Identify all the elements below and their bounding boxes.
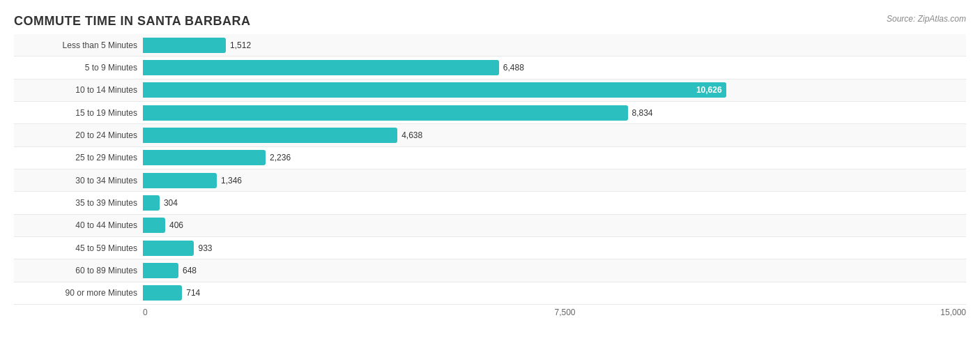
bar-row: 10 to 14 Minutes10,626 [14, 79, 966, 102]
bar-fill [143, 218, 165, 233]
bar-fill [143, 173, 217, 188]
bar-label: 90 or more Minutes [14, 288, 143, 298]
bar-value: 2,236 [270, 153, 291, 162]
bar-row: 90 or more Minutes714 [14, 282, 966, 305]
chart-container: COMMUTE TIME IN SANTA BARBARA Source: Zi… [0, 0, 980, 364]
bar-label: 30 to 34 Minutes [14, 176, 143, 185]
bar-row: 40 to 44 Minutes406 [14, 215, 966, 237]
bar-label: 5 to 9 Minutes [14, 63, 143, 73]
bar-row: Less than 5 Minutes1,512 [14, 34, 966, 56]
bar-value: 406 [169, 220, 183, 230]
bar-value: 304 [164, 198, 178, 208]
x-axis-label: 0 [143, 308, 148, 317]
bar-row: 60 to 89 Minutes648 [14, 259, 966, 282]
bar-value: 1,346 [221, 176, 242, 185]
bar-value: 933 [198, 243, 212, 253]
bar-row: 35 to 39 Minutes304 [14, 192, 966, 214]
bar-label: 60 to 89 Minutes [14, 266, 143, 275]
bar-value: 8,834 [632, 108, 653, 118]
bar-row: 30 to 34 Minutes1,346 [14, 169, 966, 192]
bar-row: 5 to 9 Minutes6,488 [14, 56, 966, 79]
x-axis-label: 15,000 [940, 308, 966, 317]
bar-fill [143, 285, 182, 301]
bar-value-inside: 10,626 [696, 85, 722, 95]
bar-track: 8,834 [143, 105, 966, 121]
bar-track: 10,626 [143, 82, 966, 98]
bar-value: 1,512 [230, 40, 251, 50]
bar-fill [143, 38, 226, 53]
bar-label: 35 to 39 Minutes [14, 198, 143, 208]
bar-track: 648 [143, 263, 966, 278]
bar-value: 6,488 [503, 63, 524, 73]
bars-section: Less than 5 Minutes1,5125 to 9 Minutes6,… [14, 34, 966, 305]
chart-title: COMMUTE TIME IN SANTA BARBARA [14, 14, 966, 29]
bar-value: 648 [183, 266, 197, 275]
x-axis-label: 7,500 [555, 308, 576, 317]
bar-row: 15 to 19 Minutes8,834 [14, 102, 966, 124]
bar-label: 40 to 44 Minutes [14, 220, 143, 230]
bar-row: 20 to 24 Minutes4,638 [14, 124, 966, 146]
bar-label: 15 to 19 Minutes [14, 108, 143, 118]
bar-track: 304 [143, 195, 966, 211]
chart-area: Less than 5 Minutes1,5125 to 9 Minutes6,… [14, 34, 966, 321]
bar-track: 406 [143, 218, 966, 233]
bar-fill [143, 150, 266, 165]
bar-label: 25 to 29 Minutes [14, 153, 143, 162]
bar-label: Less than 5 Minutes [14, 40, 143, 50]
bar-track: 2,236 [143, 150, 966, 165]
bar-row: 25 to 29 Minutes2,236 [14, 147, 966, 169]
bar-fill [143, 195, 160, 211]
bar-track: 1,346 [143, 173, 966, 188]
bar-label: 10 to 14 Minutes [14, 85, 143, 95]
bar-row: 45 to 59 Minutes933 [14, 237, 966, 259]
x-axis: 07,50015,000 [143, 308, 966, 321]
bar-label: 20 to 24 Minutes [14, 130, 143, 140]
bar-track: 6,488 [143, 60, 966, 75]
bar-value: 714 [186, 288, 200, 298]
bar-fill: 10,626 [143, 82, 726, 98]
bar-fill [143, 241, 194, 256]
bar-fill [143, 60, 499, 75]
bar-fill [143, 105, 628, 121]
bar-track: 714 [143, 285, 966, 301]
bar-track: 933 [143, 241, 966, 256]
bar-fill [143, 128, 397, 143]
bar-fill [143, 263, 178, 278]
source-label: Source: ZipAtlas.com [887, 14, 966, 24]
bar-value: 4,638 [401, 130, 422, 140]
bar-track: 4,638 [143, 128, 966, 143]
bar-track: 1,512 [143, 38, 966, 53]
bar-label: 45 to 59 Minutes [14, 243, 143, 253]
